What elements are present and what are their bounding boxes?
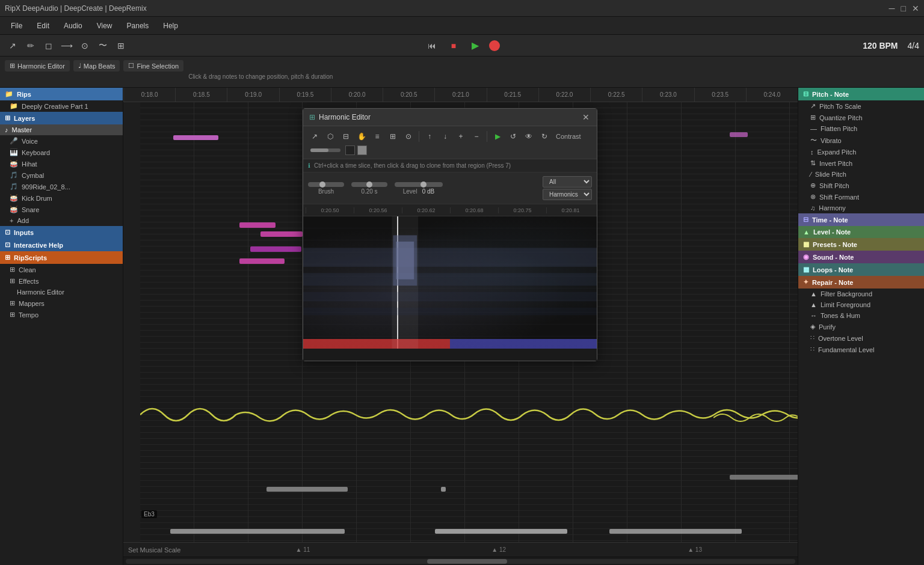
- right-fundamental[interactable]: ∷ Fundamental Level: [798, 344, 924, 355]
- dtool-list[interactable]: ≡: [371, 130, 384, 143]
- map-beats-btn[interactable]: ♩ Map Beats: [73, 60, 120, 72]
- draw-tool[interactable]: ✏: [23, 38, 38, 53]
- dtool-minus[interactable]: −: [470, 130, 483, 143]
- dtool-play[interactable]: ▶: [491, 130, 504, 143]
- note-block[interactable]: [173, 135, 218, 140]
- layer-kick[interactable]: 🥁 Kick Drum: [0, 192, 123, 204]
- right-shift-pitch[interactable]: ⊕ Shift Pitch: [798, 180, 924, 191]
- note-block[interactable]: [266, 487, 348, 492]
- maximize-btn[interactable]: □: [901, 4, 906, 13]
- right-overtone[interactable]: ∷ Overtone Level: [798, 332, 924, 344]
- harmonics-display[interactable]: [303, 216, 597, 349]
- right-vibrato[interactable]: 〜 Vibrato: [798, 134, 924, 147]
- play-btn[interactable]: ▶: [467, 38, 483, 53]
- camera-tool[interactable]: ⊙: [77, 38, 93, 53]
- note-block[interactable]: [239, 258, 285, 264]
- record-btn[interactable]: [489, 40, 500, 51]
- script-clean[interactable]: ⊞ Clean: [0, 264, 123, 275]
- dtool-camera[interactable]: ⊙: [402, 130, 415, 143]
- presets-note-header[interactable]: ▦ Presets - Note: [798, 238, 924, 251]
- interactive-header[interactable]: ⊡ Interactive Help: [0, 239, 123, 251]
- note-block[interactable]: [441, 487, 446, 492]
- right-purify[interactable]: ◈ Purify: [798, 321, 924, 332]
- menu-audio[interactable]: Audio: [58, 20, 88, 32]
- dtool-hand[interactable]: ✋: [355, 130, 368, 143]
- sound-note-header[interactable]: ◉ Sound - Note: [798, 251, 924, 263]
- level-note-header[interactable]: ▲ Level - Note: [798, 226, 924, 238]
- right-quantize-pitch[interactable]: ⊞ Quantize Pitch: [798, 112, 924, 123]
- close-btn[interactable]: ✕: [912, 4, 919, 13]
- time-note-header[interactable]: ⊟ Time - Note: [798, 213, 924, 226]
- dtool-rewind[interactable]: ↺: [507, 130, 520, 143]
- dtool-grid[interactable]: ⊞: [386, 130, 399, 143]
- menu-edit[interactable]: Edit: [31, 20, 55, 32]
- script-tempo[interactable]: ⊞ Tempo: [0, 309, 123, 320]
- note-block[interactable]: [609, 529, 742, 534]
- note-block[interactable]: [730, 475, 798, 480]
- erase-tool[interactable]: ◻: [41, 38, 57, 53]
- menu-panels[interactable]: Panels: [121, 20, 155, 32]
- right-shift-formant[interactable]: ⊗ Shift Formant: [798, 191, 924, 203]
- menu-view[interactable]: View: [91, 20, 119, 32]
- tracks-canvas[interactable]: Eb3: [140, 102, 798, 542]
- slice-tool[interactable]: ⟶: [59, 38, 75, 53]
- add-layer-btn[interactable]: + Add: [0, 215, 123, 226]
- layer-cymbal[interactable]: 🎵 Cymbal: [0, 170, 123, 181]
- script-mappers[interactable]: ⊞ Mappers: [0, 298, 123, 309]
- harmonic-editor-btn[interactable]: ⊞ Harmonic Editor: [5, 60, 70, 72]
- wave-tool[interactable]: 〜: [95, 38, 111, 53]
- note-block[interactable]: [260, 231, 303, 237]
- script-effects[interactable]: ⊞ Effects: [0, 275, 123, 287]
- right-harmony[interactable]: ♫ Harmony: [798, 203, 924, 213]
- repair-note-header[interactable]: ✦ Repair - Note: [798, 276, 924, 289]
- stop-btn[interactable]: ■: [446, 38, 461, 53]
- rip-item[interactable]: 📁 Deeply Creative Part 1: [0, 100, 123, 112]
- layer-master[interactable]: ♪ Master: [0, 124, 123, 135]
- dtool-down[interactable]: ↓: [439, 130, 452, 143]
- brush-slider[interactable]: [308, 182, 344, 187]
- layer-hihat[interactable]: 🥁 Hihat: [0, 158, 123, 170]
- right-filter-bg[interactable]: ▲ Filter Background: [798, 289, 924, 299]
- layer-909ride[interactable]: 🎵 909Ride_02_8...: [0, 181, 123, 192]
- all-dropdown[interactable]: All: [543, 176, 592, 188]
- harmonic-editor-dialog[interactable]: ⊞ Harmonic Editor ✕ ↗ ⬡ ⊟ ✋ ≡ ⊞: [303, 108, 597, 361]
- right-expand-pitch[interactable]: ↕ Expand Pitch: [798, 147, 924, 157]
- note-block[interactable]: [239, 222, 276, 228]
- harmonics-dropdown[interactable]: Harmonics: [543, 189, 592, 200]
- time-slider[interactable]: [351, 182, 387, 187]
- note-block[interactable]: [435, 529, 567, 534]
- menu-help[interactable]: Help: [157, 20, 184, 32]
- pitch-note-header[interactable]: ⊟ Pitch - Note: [798, 88, 924, 100]
- level-thumb[interactable]: [420, 182, 427, 188]
- right-invert-pitch[interactable]: ⇅ Invert Pitch: [798, 157, 924, 169]
- dtool-refresh[interactable]: ↻: [538, 130, 551, 143]
- right-limit-fg[interactable]: ▲ Limit Foreground: [798, 299, 924, 310]
- brush-thumb[interactable]: [319, 182, 325, 188]
- right-flatten-pitch[interactable]: — Flatten Pitch: [798, 123, 924, 134]
- right-slide-pitch[interactable]: ∕ Slide Pitch: [798, 169, 924, 180]
- rewind-btn[interactable]: ⏮: [424, 38, 440, 53]
- level-slider[interactable]: [395, 182, 443, 187]
- dtool-lasso[interactable]: ⬡: [324, 130, 337, 143]
- dtool-up[interactable]: ↑: [423, 130, 436, 143]
- time-thumb[interactable]: [366, 182, 372, 188]
- layer-keyboard[interactable]: 🎹 Keyboard: [0, 147, 123, 158]
- scrollbar-thumb[interactable]: [427, 559, 508, 564]
- script-harmonic-editor[interactable]: Harmonic Editor: [0, 287, 123, 298]
- fine-selection-btn[interactable]: ☐ Fine Selection: [123, 60, 183, 72]
- scrollbar-track[interactable]: [126, 559, 795, 564]
- loops-note-header[interactable]: ▦ Loops - Note: [798, 263, 924, 276]
- grid-tool[interactable]: ⊞: [113, 38, 129, 53]
- note-block[interactable]: [730, 132, 748, 137]
- layers-header[interactable]: ⊞ Layers: [0, 112, 123, 124]
- right-tones-hum[interactable]: ↔ Tones & Hum: [798, 310, 924, 321]
- minimize-btn[interactable]: ─: [889, 4, 895, 13]
- dtool-plus[interactable]: +: [454, 130, 467, 143]
- contrast-slider[interactable]: [310, 148, 340, 152]
- select-tool[interactable]: ↗: [5, 38, 20, 53]
- dtool-select[interactable]: ↗: [308, 130, 321, 143]
- set-musical-scale-label[interactable]: Set Musical Scale: [128, 546, 180, 554]
- layer-voice[interactable]: 🎤 Voice: [0, 135, 123, 147]
- dtool-bars[interactable]: ⊟: [339, 130, 353, 143]
- rips-header[interactable]: 📁 Rips: [0, 88, 123, 100]
